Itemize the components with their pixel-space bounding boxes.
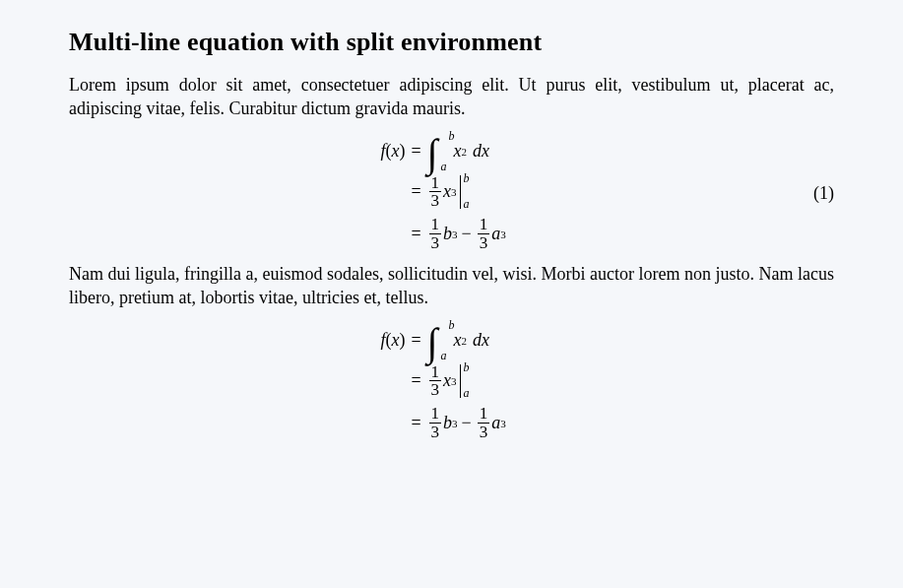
term-a-power: 3 xyxy=(500,418,506,429)
fraction-numerator: 1 xyxy=(429,216,442,233)
minus: − xyxy=(458,413,476,433)
fraction: 1 3 xyxy=(429,174,442,211)
fraction: 1 3 xyxy=(429,405,442,441)
fraction-numerator: 1 xyxy=(478,405,490,423)
paragraph-2: Nam dui ligula, fringilla a, euismod sod… xyxy=(69,262,834,310)
eval-upper: b xyxy=(464,360,470,375)
eval-bar-icon: b a xyxy=(460,175,461,209)
lhs: f(x) xyxy=(348,330,405,351)
integral-upper: b xyxy=(449,129,455,144)
fraction-numerator: 1 xyxy=(429,405,442,423)
fraction-numerator: 1 xyxy=(429,174,442,192)
equation-1-row-2: = 1 3 x3 b a xyxy=(348,174,554,211)
term-b-base: b xyxy=(443,413,452,433)
document-page: Multi-line equation with split environme… xyxy=(0,0,903,441)
equation-2-row-1: f(x) = ∫ b a x2 dx xyxy=(348,324,554,358)
fraction-denominator: 3 xyxy=(478,233,490,252)
fraction: 1 3 xyxy=(429,216,442,252)
equals: = xyxy=(405,141,426,162)
fraction-numerator: 1 xyxy=(478,216,490,233)
fraction-denominator: 3 xyxy=(429,191,442,210)
term-b-base: b xyxy=(443,224,452,244)
term-a-power: 3 xyxy=(500,229,506,240)
fraction: 1 3 xyxy=(478,216,490,252)
fraction: 1 3 xyxy=(429,363,442,400)
equation-number: (1) xyxy=(813,183,834,204)
equation-1-rows: f(x) = ∫ b a x2 dx = xyxy=(69,135,834,252)
eval-lower: a xyxy=(464,386,470,401)
integrand-power: 2 xyxy=(462,335,468,347)
rhs-2: 1 3 x3 b a xyxy=(427,174,555,211)
equation-1: (1) f(x) = ∫ b a x2 dx xyxy=(69,135,834,252)
differential: dx xyxy=(473,330,489,351)
antiderivative-base: x xyxy=(443,181,451,202)
integrand-power: 2 xyxy=(462,146,468,158)
equation-1-row-1: f(x) = ∫ b a x2 dx xyxy=(348,135,554,168)
equation-2-rows: f(x) = ∫ b a x2 dx = xyxy=(69,324,834,441)
integral-icon: ∫ b a xyxy=(427,135,438,168)
equals: = xyxy=(405,224,426,244)
integrand-base: x xyxy=(454,141,462,162)
integrand-base: x xyxy=(454,330,462,351)
rhs-1: ∫ b a x2 dx xyxy=(427,135,555,168)
rhs-3: 1 3 b3 − 1 3 a3 xyxy=(427,216,555,252)
integral-lower: a xyxy=(441,160,447,174)
equation-2: f(x) = ∫ b a x2 dx = xyxy=(69,324,834,441)
equals: = xyxy=(405,413,426,433)
integral-upper: b xyxy=(449,318,455,333)
eval-lower: a xyxy=(464,197,470,212)
integral-icon: ∫ b a xyxy=(427,324,438,358)
fraction-denominator: 3 xyxy=(478,423,490,441)
equals: = xyxy=(405,181,426,202)
lhs: f(x) xyxy=(348,141,405,162)
antiderivative-power: 3 xyxy=(451,186,457,198)
rhs-2: 1 3 x3 b a xyxy=(427,363,555,400)
fraction-denominator: 3 xyxy=(429,233,442,252)
eval-upper: b xyxy=(464,171,470,186)
term-a-base: a xyxy=(491,224,500,244)
fraction: 1 3 xyxy=(478,405,490,441)
integral-lower: a xyxy=(441,349,447,363)
antiderivative-power: 3 xyxy=(451,375,457,387)
antiderivative-base: x xyxy=(443,370,451,391)
paragraph-1: Lorem ipsum dolor sit amet, consectetuer… xyxy=(69,73,834,121)
equation-2-row-2: = 1 3 x3 b a xyxy=(348,363,554,400)
fraction-denominator: 3 xyxy=(429,380,442,399)
minus: − xyxy=(458,224,476,244)
heading: Multi-line equation with split environme… xyxy=(69,28,834,57)
rhs-1: ∫ b a x2 dx xyxy=(427,324,555,358)
equation-1-row-3: = 1 3 b3 − 1 3 a3 xyxy=(348,216,554,252)
fraction-numerator: 1 xyxy=(429,363,442,381)
term-a-base: a xyxy=(491,413,500,433)
equation-2-row-3: = 1 3 b3 − 1 3 a3 xyxy=(348,405,554,441)
equals: = xyxy=(405,330,426,351)
equals: = xyxy=(405,370,426,391)
differential: dx xyxy=(473,141,489,162)
eval-bar-icon: b a xyxy=(460,364,461,398)
fraction-denominator: 3 xyxy=(429,423,442,441)
rhs-3: 1 3 b3 − 1 3 a3 xyxy=(427,405,555,441)
